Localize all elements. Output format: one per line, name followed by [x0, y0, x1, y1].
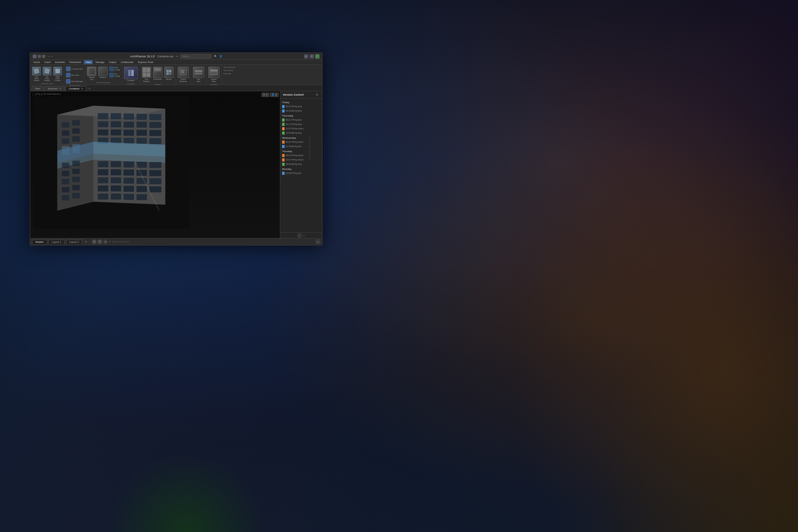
- win-r3-5: [149, 130, 161, 136]
- tab-layout1[interactable]: Layout 1: [48, 240, 65, 244]
- win-r8-1: [98, 186, 109, 191]
- version-audio-btn[interactable]: ♪: [297, 233, 302, 238]
- window-icon: [180, 70, 186, 75]
- version-text-today-1: 03:15 PM by terry: [286, 105, 302, 108]
- tab-add-btn[interactable]: +: [87, 86, 92, 91]
- lwin-14: [72, 185, 80, 190]
- blocks-btn[interactable]: Blocks: [164, 66, 174, 81]
- menu-parametric[interactable]: Parametric: [67, 60, 83, 64]
- layout-tabs-btn[interactable]: LayoutTabs: [208, 66, 220, 83]
- named-join-btn[interactable]: NamedJoin: [86, 66, 97, 81]
- title-icon-b[interactable]: ⊟: [309, 54, 314, 59]
- version-item-tue-1[interactable]: 05:02 PM by marco: [282, 153, 321, 158]
- version-item-tue-2[interactable]: 03:57 PM by marco: [282, 158, 321, 162]
- btn-right-label: RightOrthoGraphic: [55, 76, 60, 81]
- version-item-today-1[interactable]: 03:15 PM by terry: [282, 104, 321, 109]
- version-list: Today 03:15 PM by terry 09:44 AM by terr…: [280, 98, 322, 232]
- menu-view[interactable]: View: [84, 60, 93, 64]
- palette-cell-3: [143, 73, 147, 77]
- title-bar: ↩ ↪ ArchiPlanner 28.11f Container.arc ● …: [30, 53, 322, 60]
- add-config-btn[interactable]: AddConfig: [109, 66, 120, 72]
- version-item-today-2[interactable]: 09:44 AM by terry: [282, 109, 321, 113]
- version-dot-thu-3: [282, 127, 285, 130]
- win-r2-3: [124, 121, 134, 128]
- switch-windows-btn[interactable]: SwitchWindows: [177, 66, 190, 83]
- view-manager-btn[interactable]: View Manager: [65, 78, 83, 84]
- cube-top-icon: [43, 67, 52, 75]
- menu-collaborate[interactable]: Collaborate: [119, 60, 135, 64]
- viewport-ctrl-2[interactable]: 👤 ▼: [270, 93, 279, 97]
- version-item-thu-4[interactable]: 10:03 AM by terry: [282, 131, 321, 135]
- menu-home[interactable]: Home: [32, 60, 42, 64]
- tool-palettes-btn[interactable]: ToolPalettes: [141, 66, 152, 83]
- ribbon-compare: Compare Compare: [122, 65, 140, 84]
- tile-vertical-label[interactable]: Tile Vertical: [223, 69, 236, 72]
- menu-annotate[interactable]: Annotate: [53, 60, 67, 64]
- cmd-draw-btn[interactable]: ✎: [98, 240, 102, 244]
- ribbon-viewport-tools: LeftOrthoGraphic TopOrthoGraphic RightOr…: [30, 65, 64, 84]
- unsaved-view-btn[interactable]: Unsaved view: [65, 66, 83, 72]
- version-item-tue-3[interactable]: 09:44 AM by terry: [282, 162, 321, 167]
- ribbon-model-viewports: NamedJoin Restore AddConfig ArcConfig: [85, 65, 122, 84]
- tab-start[interactable]: Start: [32, 86, 44, 91]
- menu-insert[interactable]: Insert: [42, 60, 52, 64]
- tab-models[interactable]: Models: [32, 240, 47, 244]
- compare-btn[interactable]: Compare: [124, 66, 138, 82]
- cmd-dropdown-btn[interactable]: ▼: [109, 241, 111, 243]
- ribbon-btn-right[interactable]: RightOrthoGraphic: [53, 66, 63, 82]
- win-r6-5: [149, 170, 161, 176]
- tab-sketches-close[interactable]: ✕: [59, 87, 61, 90]
- file-tabs-btn[interactable]: FileTabs: [192, 66, 205, 83]
- prop-line-2: [154, 69, 161, 70]
- tab-bottom-add[interactable]: +: [83, 240, 88, 244]
- arc-config-btn[interactable]: ArcConfig: [109, 72, 120, 78]
- win-r2-5: [149, 122, 161, 128]
- new-view-btn[interactable]: New view: [65, 72, 83, 78]
- version-item-wed-1[interactable]: 02:41 PM by marco: [282, 140, 321, 144]
- version-item-thu-3[interactable]: 12:57 PM by marco: [282, 127, 321, 131]
- win-r7-3: [124, 178, 134, 184]
- version-refresh-btn[interactable]: ↻: [316, 93, 320, 97]
- ribbon-named-views: Unsaved view New view View Manager Named…: [64, 65, 85, 84]
- cube-left-icon: [32, 67, 41, 75]
- cmd-cancel-btn[interactable]: ✕: [92, 240, 96, 244]
- version-dot-tue-3: [282, 163, 285, 166]
- version-item-mon-1[interactable]: 01:00 PM by josh: [282, 171, 321, 175]
- tab-container-close[interactable]: ✕: [81, 87, 83, 90]
- menu-express[interactable]: Express Tools: [136, 60, 155, 64]
- version-item-wed-2[interactable]: 11:18 AM by josh: [282, 144, 321, 149]
- version-dot-mon-1: [282, 172, 285, 175]
- tab-container[interactable]: Container ✕: [65, 86, 87, 91]
- win-r5-2: [111, 161, 121, 167]
- viewport-ctrl-arrow-2: ▼: [275, 94, 277, 96]
- cascade-label[interactable]: Cascade: [223, 72, 236, 75]
- version-item-thu-1[interactable]: 06:21 PM by josh: [282, 118, 321, 122]
- help-btn[interactable]: ?: [315, 54, 320, 59]
- menu-manage[interactable]: Manage: [94, 60, 106, 64]
- title-icon-a[interactable]: ⊞: [304, 54, 308, 59]
- restore-btn[interactable]: Restore: [98, 66, 108, 79]
- tile-horizontal-label[interactable]: Tile Horizontal: [223, 66, 236, 69]
- account-icon[interactable]: 👤: [220, 55, 222, 58]
- properties-btn[interactable]: Properties: [152, 66, 163, 81]
- named-join-icon: [87, 67, 96, 76]
- cmd-circle-btn[interactable]: ◎: [103, 240, 108, 244]
- version-item-thu-2[interactable]: 04:11 PM by terry: [282, 122, 321, 127]
- lwin-4: [72, 128, 80, 133]
- restore-label: Restore: [100, 76, 106, 78]
- tab-start-label: Start: [35, 87, 40, 90]
- menu-output[interactable]: Output: [107, 60, 118, 64]
- add-config-icon: [109, 67, 114, 71]
- bottom-ctrl-1[interactable]: ▲: [316, 240, 320, 244]
- ribbon-btn-top[interactable]: TopOrthoGraphic: [42, 66, 52, 82]
- search-bar[interactable]: Search...: [180, 54, 212, 59]
- undo-icon[interactable]: ↩: [48, 55, 50, 58]
- win-r6-1: [98, 169, 109, 175]
- viewport-ctrl-1[interactable]: ⊞ ▼: [262, 93, 269, 97]
- win-r7-1: [98, 177, 109, 183]
- redo-icon[interactable]: ↪: [51, 55, 53, 58]
- search-icon[interactable]: 🔍: [214, 55, 217, 58]
- tab-sketches[interactable]: Sketches ✕: [44, 86, 65, 91]
- ribbon-btn-left[interactable]: LeftOrthoGraphic: [32, 66, 41, 82]
- tab-layout2[interactable]: Layout 2: [66, 240, 82, 244]
